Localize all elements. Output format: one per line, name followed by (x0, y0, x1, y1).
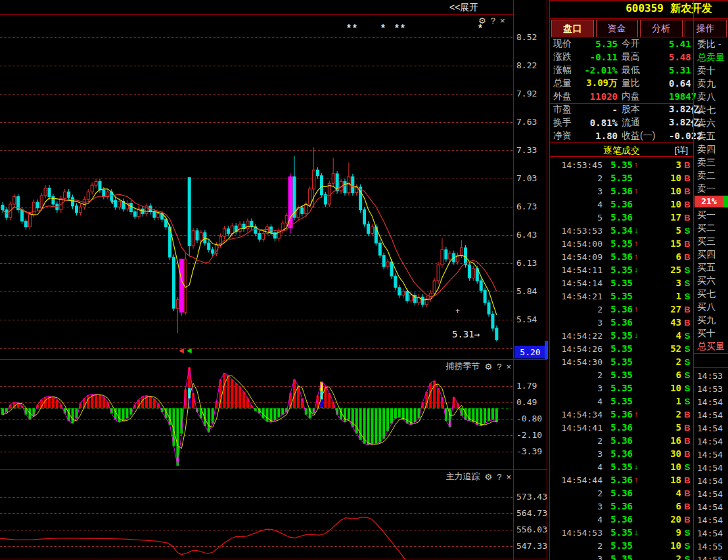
buy-level-label[interactable]: 买八 (694, 300, 728, 313)
event-marker-icon: * (478, 25, 482, 30)
quote-row: 涨幅-2.01%最低5.31 (550, 64, 693, 77)
depth-time: 14:54 (694, 396, 728, 409)
tick-row[interactable]: 35.366B (550, 500, 693, 513)
quote-label: 外盘 (553, 91, 578, 102)
quote-row: 市盈-股本3.82亿 (550, 103, 693, 116)
tick-row[interactable]: 14:53:535.34↓5S (550, 224, 693, 237)
sell-level-label[interactable]: 卖十 (694, 64, 728, 77)
tick-side: B (681, 449, 693, 459)
tick-volume: 18 (643, 475, 681, 485)
tick-row[interactable]: 45.35↓10S (550, 460, 693, 473)
tick-row[interactable]: 25.364B (550, 486, 693, 500)
sell-level-label[interactable]: 卖七 (694, 103, 728, 116)
tick-side: B (681, 305, 693, 314)
tick-volume: 27 (643, 304, 681, 314)
sell-level-label[interactable]: 卖二 (694, 169, 728, 182)
kline-chart[interactable] (0, 14, 513, 359)
tick-row[interactable]: 35.352S (550, 552, 693, 560)
tick-row[interactable]: 35.36↑10B (550, 184, 693, 198)
tick-arrow-icon: ↑ (633, 186, 643, 196)
buy-level-label[interactable]: 买四 (694, 248, 728, 261)
buy-level-label[interactable]: 买五 (694, 261, 728, 274)
tick-detail-link[interactable]: [详] (675, 143, 688, 157)
buy-level-label[interactable]: 买十 (694, 326, 728, 339)
sell-level-label[interactable]: 卖四 (694, 142, 728, 156)
quote-row: 涨跌-0.11最高5.48 (550, 51, 693, 64)
sell-level-label[interactable]: 卖一 (694, 182, 728, 195)
tick-list-scrollbar[interactable] (545, 341, 548, 359)
tick-row[interactable]: 25.3510B (550, 171, 693, 184)
tick-row[interactable]: 25.3616B (550, 434, 693, 447)
tick-time: 14:54:21 (550, 291, 603, 301)
expand-button[interactable]: <<展开 (449, 2, 478, 14)
tick-time: 3 (550, 318, 603, 328)
tab-1[interactable]: 盘口 (551, 20, 594, 37)
tick-side: B (681, 502, 693, 511)
oscillator-chart[interactable] (0, 359, 513, 469)
tick-row[interactable]: 14:54:095.36↑6B (550, 250, 693, 263)
tick-row[interactable]: 35.3643B (550, 316, 693, 329)
tick-side: S (681, 291, 693, 301)
tick-row[interactable]: 45.351S (550, 395, 693, 408)
tick-row[interactable]: 14:54:415.365B (550, 421, 693, 434)
tick-row[interactable]: 14:54:215.351S (550, 290, 693, 303)
tick-row[interactable]: 55.3617B (550, 211, 693, 224)
tab-2[interactable]: 资金 (596, 20, 639, 37)
tick-row[interactable]: 14:54:305.352S (550, 355, 693, 368)
tick-row[interactable]: 35.3630B (550, 447, 693, 460)
quote-value: 0.64 (669, 78, 695, 89)
tick-price: 5.36 (603, 514, 633, 525)
tick-volume: 6 (643, 501, 681, 511)
tick-time: 14:54:26 (550, 344, 603, 354)
zhuli-chart[interactable] (0, 469, 513, 559)
tick-row[interactable]: 25.36↑27B (550, 303, 693, 316)
dividend-cross-icon: + (455, 308, 460, 314)
quote-label: 换手 (553, 117, 578, 129)
depth-time: 14:54 (694, 514, 728, 527)
sell-level-label[interactable]: 卖八 (694, 90, 728, 103)
tick-row[interactable]: 45.3620B (550, 513, 693, 526)
sell-level-label[interactable]: 卖九 (694, 77, 728, 90)
tab-3[interactable]: 分析 (640, 20, 683, 37)
tick-volume: 6 (643, 251, 681, 262)
buy-level-label[interactable]: 买二 (694, 221, 728, 234)
tick-row[interactable]: 14:54:005.35↑15B (550, 237, 693, 250)
tick-row[interactable]: 14:54:265.3552S (550, 342, 693, 355)
tick-price: 5.35 (603, 278, 633, 288)
tick-arrow-icon: ↑ (633, 305, 643, 314)
buy-level-label[interactable]: 买七 (694, 287, 728, 300)
buy-level-label[interactable]: 买九 (694, 313, 728, 326)
tick-time: 3 (550, 502, 603, 511)
buy-level-label[interactable]: 买六 (694, 274, 728, 287)
tick-row[interactable]: 14:53:455.35↑3B (550, 158, 693, 171)
price-axis-label: 6.13 (516, 258, 537, 268)
tick-row[interactable]: 14:54:145.353S (550, 276, 693, 290)
tick-row[interactable]: 14:54:535.35↓9S (550, 526, 693, 539)
tick-arrow-icon: ↑ (633, 475, 643, 485)
tick-row[interactable]: 14:54:115.35↓25S (550, 263, 693, 276)
tick-price: 5.35 (603, 291, 633, 301)
tick-row[interactable]: 35.3510S (550, 381, 693, 395)
tick-row[interactable]: 25.3510S (550, 539, 693, 552)
sell-level-label[interactable]: 卖三 (694, 156, 728, 169)
quote-label: 收益(一) (622, 130, 669, 142)
buy-level-label[interactable]: 买三 (694, 234, 728, 248)
quote-label: 今开 (622, 38, 669, 50)
tick-time: 5 (550, 213, 603, 223)
tick-row[interactable]: 45.3610B (550, 198, 693, 211)
tick-row[interactable]: 14:54:445.36↑18B (550, 473, 693, 486)
tick-arrow-icon: ↑ (633, 252, 643, 261)
price-scale-badge: 5.20 (514, 346, 546, 358)
buy-level-label[interactable]: 买一 (694, 208, 728, 221)
tick-row[interactable]: 14:54:225.35↓4S (550, 329, 693, 342)
tick-side: B (681, 436, 693, 446)
sell-level-label[interactable]: 卖六 (694, 116, 728, 129)
tick-time: 14:54:53 (550, 528, 603, 538)
sell-level-label[interactable]: 卖五 (694, 129, 728, 142)
tick-row[interactable]: 25.356S (550, 368, 693, 381)
tick-row[interactable]: 14:54:345.36↑2B (550, 408, 693, 421)
tick-time: 4 (550, 462, 603, 472)
tick-list[interactable]: 14:53:455.35↑3B25.3510B35.36↑10B45.3610B… (550, 158, 693, 560)
quote-value: 5.35 (578, 39, 622, 49)
price-axis-label: 7.63 (516, 117, 537, 127)
